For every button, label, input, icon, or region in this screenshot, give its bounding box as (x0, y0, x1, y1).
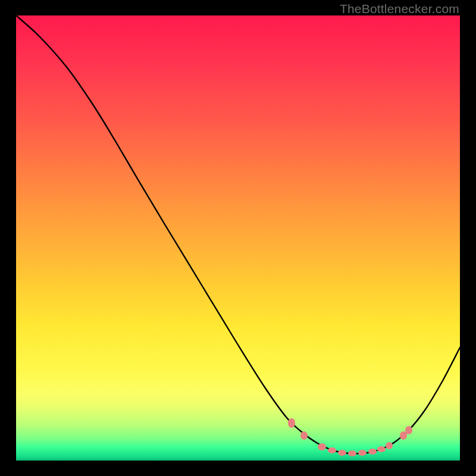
curve-marker (288, 418, 295, 428)
curve-markers (288, 418, 412, 456)
curve-marker (328, 447, 336, 453)
curve-marker (386, 442, 393, 449)
curve-marker (358, 450, 367, 456)
chart-plot-area (16, 15, 460, 461)
curve-marker (368, 449, 377, 455)
bottleneck-curve (16, 15, 460, 453)
curve-marker (405, 426, 412, 434)
curve-marker (348, 450, 356, 456)
curve-marker (377, 446, 386, 452)
chart-svg (16, 15, 460, 461)
curve-marker (300, 431, 308, 440)
curve-marker (338, 450, 346, 456)
watermark-text: TheBottlenecker.com (340, 2, 459, 16)
curve-marker (318, 443, 326, 450)
